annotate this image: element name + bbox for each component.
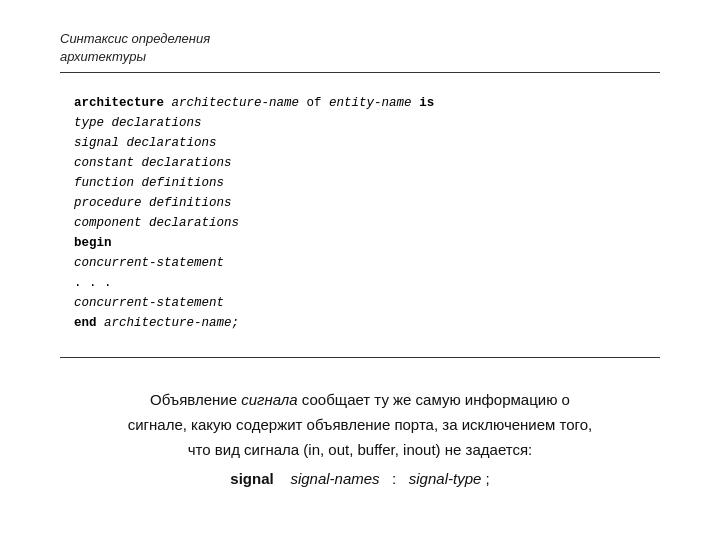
desc-em-signal: сигнала xyxy=(241,391,297,408)
code-line-11: concurrent-statement xyxy=(74,293,646,313)
bottom-divider xyxy=(60,357,660,358)
it-entity-name: entity-name xyxy=(329,96,412,110)
signal-semicolon: ; xyxy=(486,470,490,487)
title-line2: архитектуры xyxy=(60,49,146,64)
desc-text1: Объявление xyxy=(150,391,241,408)
description-block: Объявление сигнала сообщает ту же самую … xyxy=(60,388,660,491)
signal-space2: : xyxy=(384,470,405,487)
code-line-2: type declarations xyxy=(74,113,646,133)
desc-line-1: Объявление сигнала сообщает ту же самую … xyxy=(80,388,640,413)
title-line1: Синтаксис определения xyxy=(60,31,210,46)
code-block: architecture architecture-name of entity… xyxy=(60,83,660,343)
it-signal-names: signal-names xyxy=(290,470,379,487)
signal-space1 xyxy=(278,470,286,487)
code-line-8: begin xyxy=(74,233,646,253)
code-line-3: signal declarations xyxy=(74,133,646,153)
code-line-9: concurrent-statement xyxy=(74,253,646,273)
code-line-7: component declarations xyxy=(74,213,646,233)
code-line-10: . . . xyxy=(74,273,646,293)
page: Синтаксис определения архитектуры archit… xyxy=(0,0,720,540)
desc-text4: что вид сигнала (in, out, buffer, inout)… xyxy=(188,441,532,458)
code-line-5: function definitions xyxy=(74,173,646,193)
it-architecture-name: architecture-name xyxy=(172,96,300,110)
it-signal-type: signal-type xyxy=(409,470,482,487)
code-line-6: procedure definitions xyxy=(74,193,646,213)
kw-is: is xyxy=(419,96,434,110)
desc-text2: сообщает ту же самую информацию о xyxy=(298,391,570,408)
kw-signal: signal xyxy=(230,470,273,487)
signal-syntax-line: signal signal-names : signal-type ; xyxy=(80,467,640,492)
desc-line-2: сигнале, какую содержит объявление порта… xyxy=(80,413,640,438)
of-text: of xyxy=(307,96,330,110)
top-divider xyxy=(60,72,660,73)
desc-line-3: что вид сигнала (in, out, buffer, inout)… xyxy=(80,438,640,463)
code-line-12: end architecture-name; xyxy=(74,313,646,333)
code-line-1: architecture architecture-name of entity… xyxy=(74,93,646,113)
section-title: Синтаксис определения архитектуры xyxy=(60,30,660,66)
desc-text3: сигнале, какую содержит объявление порта… xyxy=(128,416,593,433)
code-line-4: constant declarations xyxy=(74,153,646,173)
kw-architecture: architecture xyxy=(74,96,164,110)
